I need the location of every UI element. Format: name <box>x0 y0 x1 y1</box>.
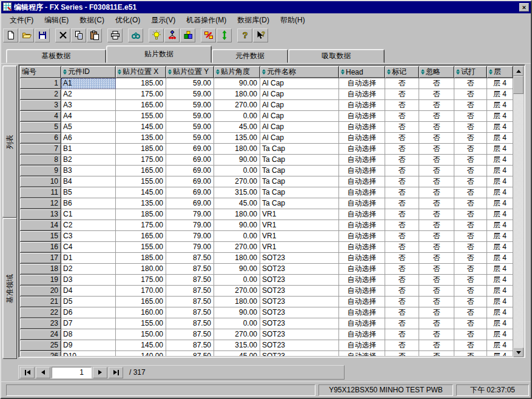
row-number-cell[interactable]: 4 <box>20 111 61 122</box>
grid-cell[interactable]: B5 <box>61 187 116 198</box>
grid-cell[interactable]: 否 <box>454 253 487 264</box>
placement-order-button[interactable] <box>164 29 180 42</box>
grid-cell[interactable]: 69.00 <box>166 155 214 166</box>
grid-cell[interactable]: 否 <box>454 144 487 155</box>
grid-cell[interactable]: 自动选择 <box>339 155 385 166</box>
grid-cell[interactable]: 59.00 <box>166 78 214 89</box>
grid-cell[interactable]: A1 <box>61 78 116 89</box>
grid-cell[interactable]: 否 <box>454 78 487 89</box>
row-number-cell[interactable]: 11 <box>20 187 61 198</box>
grid-cell[interactable]: 层 4 <box>487 220 513 231</box>
grid-cell[interactable]: D10 <box>61 351 116 356</box>
grid-cell[interactable]: C3 <box>61 231 116 242</box>
context-help-button[interactable]: ? <box>253 29 268 42</box>
grid-cell[interactable]: 否 <box>385 307 419 318</box>
grid-cell[interactable]: 87.50 <box>166 275 214 286</box>
grid-cell[interactable]: 90.00 <box>214 264 260 275</box>
grid-cell[interactable]: 自动选择 <box>339 275 385 286</box>
grid-cell[interactable]: 否 <box>419 100 454 111</box>
grid-cell[interactable]: 否 <box>454 209 487 220</box>
grid-cell[interactable]: 否 <box>419 286 454 297</box>
grid-cell[interactable]: 否 <box>385 78 419 89</box>
grid-cell[interactable]: 90.00 <box>214 220 260 231</box>
menu-file[interactable]: 文件(F) <box>4 13 39 27</box>
next-record-button[interactable] <box>93 367 107 378</box>
grid-cell[interactable]: 否 <box>419 133 454 144</box>
grid-cell[interactable]: 否 <box>419 340 454 351</box>
grid-cell[interactable]: 否 <box>385 166 419 176</box>
grid-cell[interactable]: 层 4 <box>487 307 513 318</box>
grid-cell[interactable]: 180.00 <box>214 253 260 264</box>
grid-cell[interactable]: 否 <box>385 122 419 133</box>
column-header[interactable]: 贴片位置 Y <box>166 66 214 78</box>
grid-cell[interactable]: 否 <box>454 100 487 111</box>
grid-cell[interactable]: 140.00 <box>116 351 166 356</box>
menu-help[interactable]: 帮助(H) <box>275 13 311 27</box>
row-number-cell[interactable]: 8 <box>20 155 61 166</box>
grid-cell[interactable]: 155.00 <box>116 176 166 187</box>
grid-cell[interactable]: 否 <box>419 253 454 264</box>
grid-cell[interactable]: 否 <box>454 329 487 340</box>
origin-x-button[interactable] <box>201 29 216 42</box>
grid-cell[interactable]: 层 4 <box>487 275 513 286</box>
grid-cell[interactable]: 69.00 <box>166 144 214 155</box>
grid-cell[interactable]: 自动选择 <box>339 144 385 155</box>
grid-cell[interactable]: 否 <box>454 187 487 198</box>
grid-cell[interactable]: 层 4 <box>487 89 513 100</box>
grid-cell[interactable]: 自动选择 <box>339 133 385 144</box>
grid-cell[interactable]: 否 <box>385 100 419 111</box>
grid-cell[interactable]: 自动选择 <box>339 329 385 340</box>
column-header[interactable]: 元件ID <box>61 66 116 78</box>
grid-cell[interactable]: 135.00 <box>116 133 166 144</box>
grid-cell[interactable]: 59.00 <box>166 100 214 111</box>
grid-cell[interactable]: VR1 <box>260 209 339 220</box>
grid-cell[interactable]: 自动选择 <box>339 351 385 356</box>
grid-cell[interactable]: 否 <box>385 275 419 286</box>
grid-cell[interactable]: 175.00 <box>116 220 166 231</box>
grid-cell[interactable]: 层 4 <box>487 242 513 253</box>
grid-cell[interactable]: 175.00 <box>116 275 166 286</box>
component-stack-button[interactable] <box>180 29 195 42</box>
grid-cell[interactable]: 自动选择 <box>339 166 385 176</box>
grid-cell[interactable]: 层 4 <box>487 155 513 166</box>
grid-cell[interactable]: 自动选择 <box>339 242 385 253</box>
print-button[interactable] <box>107 29 123 42</box>
side-tab-fiducial-area[interactable]: 基准领域 <box>2 218 17 359</box>
grid-cell[interactable]: C1 <box>61 209 116 220</box>
column-header[interactable]: 元件名称 <box>260 66 339 78</box>
grid-cell[interactable]: VR1 <box>260 242 339 253</box>
grid-cell[interactable]: 145.00 <box>116 122 166 133</box>
tab-board-data[interactable]: 基板数据 <box>6 49 106 63</box>
row-number-cell[interactable]: 3 <box>20 100 61 111</box>
grid-cell[interactable]: SOT23 <box>260 340 339 351</box>
close-button[interactable]: × <box>519 3 529 12</box>
grid-cell[interactable]: 否 <box>419 176 454 187</box>
grid-cell[interactable]: 79.00 <box>166 242 214 253</box>
grid-cell[interactable]: 90.00 <box>214 307 260 318</box>
grid-cell[interactable]: 155.00 <box>116 242 166 253</box>
grid-cell[interactable]: 层 4 <box>487 286 513 297</box>
grid-cell[interactable]: D2 <box>61 264 116 275</box>
grid-cell[interactable]: Ta Cap <box>260 198 339 209</box>
grid-cell[interactable]: 否 <box>454 286 487 297</box>
grid-cell[interactable]: 165.00 <box>116 166 166 176</box>
grid-cell[interactable]: 79.00 <box>166 209 214 220</box>
grid-cell[interactable]: 否 <box>454 340 487 351</box>
row-number-cell[interactable]: 25 <box>20 340 61 351</box>
paste-button[interactable] <box>87 29 102 42</box>
grid-cell[interactable]: Al Cap <box>260 100 339 111</box>
grid-cell[interactable]: D4 <box>61 286 116 297</box>
grid-cell[interactable]: 否 <box>454 264 487 275</box>
row-number-cell[interactable]: 6 <box>20 133 61 144</box>
grid-cell[interactable]: 否 <box>419 187 454 198</box>
grid-cell[interactable]: D3 <box>61 275 116 286</box>
grid-cell[interactable]: 自动选择 <box>339 209 385 220</box>
grid-cell[interactable]: 否 <box>454 111 487 122</box>
grid-cell[interactable]: 否 <box>385 111 419 122</box>
grid-cell[interactable]: Ta Cap <box>260 187 339 198</box>
grid-cell[interactable]: 否 <box>385 264 419 275</box>
grid-cell[interactable]: 180.00 <box>214 297 260 307</box>
grid-cell[interactable]: 否 <box>419 220 454 231</box>
grid-cell[interactable]: 层 4 <box>487 133 513 144</box>
grid-cell[interactable]: 0.00 <box>214 231 260 242</box>
